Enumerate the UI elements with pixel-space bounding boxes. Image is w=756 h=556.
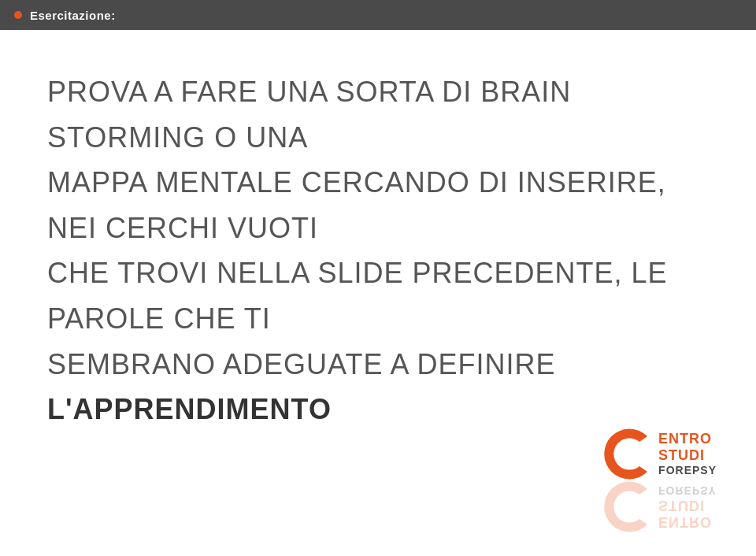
logo-text-studi-r: STUDI [658, 497, 717, 513]
logo-c-reflection-icon [604, 481, 655, 532]
header-bar: Esercitazione: [0, 0, 756, 30]
logo-stack: ENTRO STUDI FOREPSY ENTRO STUDI FOREPSY [604, 428, 717, 532]
content-line-3: CHE TROVI NELLA SLIDE PRECEDENTE, LE PAR… [47, 250, 709, 341]
logo-c-icon [604, 428, 655, 480]
logo-text-forepsy-r: FOREPSY [658, 484, 717, 497]
logo-text-block-reflection: ENTRO STUDI FOREPSY [658, 484, 717, 529]
content-line-4: SEMBRANO ADEGUATE A DEFINIRE L'APPRENDIM… [47, 342, 709, 432]
header-title: Esercitazione: [30, 9, 116, 22]
logo-text-block: ENTRO STUDI FOREPSY [658, 431, 717, 476]
logo-reflection: ENTRO STUDI FOREPSY [604, 481, 717, 532]
logo-text-forepsy: FOREPSY [658, 464, 717, 477]
logo-wrapper: ENTRO STUDI FOREPSY [604, 428, 717, 480]
content-line-2: MAPPA MENTALE CERCANDO DI INSERIRE, NEI … [47, 160, 709, 250]
logo-text-entro-r: ENTRO [658, 513, 717, 530]
main-content: PROVA A FARE UNA SORTA DI BRAIN STORMING… [0, 30, 756, 456]
content-line-1: PROVA A FARE UNA SORTA DI BRAIN STORMING… [47, 69, 709, 160]
bullet-icon [14, 11, 22, 19]
logo-text-entro: ENTRO [658, 431, 717, 447]
logo-area: ENTRO STUDI FOREPSY ENTRO STUDI FOREPSY [604, 428, 717, 532]
logo-text-studi: STUDI [658, 447, 717, 464]
